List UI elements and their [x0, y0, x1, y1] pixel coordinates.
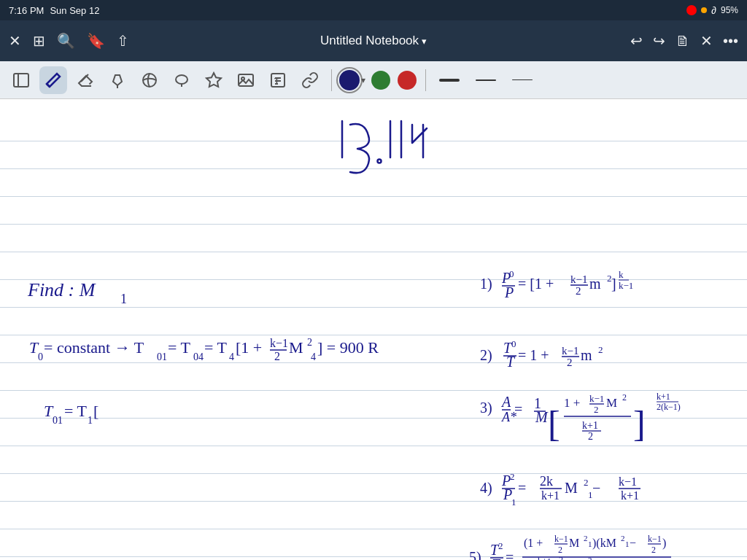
svg-text:A: A	[500, 394, 511, 410]
svg-text:k+1: k+1	[582, 420, 598, 431]
search-button[interactable]: 🔍	[57, 32, 75, 50]
svg-text:] = 900 R: ] = 900 R	[317, 338, 379, 357]
thick-pen-size[interactable]	[433, 76, 465, 85]
svg-text:M: M	[565, 480, 578, 496]
svg-text:[1 +: [1 +	[236, 338, 262, 357]
dot-icon	[701, 7, 707, 13]
svg-text:P: P	[504, 284, 514, 300]
svg-text:2: 2	[584, 477, 589, 488]
date: Sun Sep 12	[50, 5, 99, 16]
svg-text:k+1: k+1	[621, 489, 639, 502]
svg-text:4: 4	[311, 351, 316, 362]
svg-text:k−1: k−1	[648, 534, 662, 544]
thin-pen-size[interactable]	[506, 77, 538, 83]
svg-text:−: −	[592, 480, 600, 496]
svg-text:): )	[662, 537, 666, 550]
favorite-tool[interactable]	[200, 66, 228, 94]
more-button[interactable]: •••	[723, 33, 738, 50]
svg-text:=: =	[506, 549, 514, 560]
status-left: 7:16 PM Sun Sep 12	[9, 5, 99, 16]
svg-text:[: [	[548, 403, 560, 444]
red-color[interactable]	[398, 71, 417, 90]
add-page-button[interactable]: 🗎	[676, 33, 690, 50]
highlighter-tool[interactable]	[104, 66, 131, 94]
svg-text:k−1: k−1	[562, 345, 578, 357]
svg-text:Find : M: Find : M	[27, 279, 96, 300]
svg-text:01: 01	[157, 351, 167, 362]
svg-text:2: 2	[576, 285, 581, 297]
notebook-title[interactable]: Untitled Notebook	[320, 34, 419, 48]
close-button[interactable]: ✕	[9, 32, 21, 50]
svg-text:2: 2	[567, 357, 573, 368]
svg-text:k+1: k+1	[657, 392, 670, 402]
time: 7:16 PM	[9, 5, 44, 16]
undo-button[interactable]: ↩	[630, 32, 643, 50]
svg-text:4: 4	[229, 351, 234, 362]
svg-text:= T: = T	[204, 338, 228, 357]
medium-pen-size[interactable]	[470, 77, 502, 84]
battery-level: 95%	[721, 5, 738, 15]
svg-text:= 1 +: = 1 +	[518, 347, 549, 363]
handwriting-layer: .hw { fill: none; stroke: #1a1a8c; strok…	[0, 99, 747, 560]
drawing-toolbar: T ▾	[0, 61, 747, 99]
eraser-tool[interactable]	[71, 66, 99, 94]
link-tool[interactable]	[296, 66, 324, 94]
svg-point-6	[176, 75, 187, 84]
svg-text:k−1: k−1	[589, 393, 604, 404]
svg-text:k−1: k−1	[619, 475, 637, 488]
svg-text:= T: = T	[64, 402, 88, 420]
redo-button[interactable]: ↪	[653, 32, 665, 50]
svg-text:2: 2	[588, 431, 593, 442]
svg-text:2: 2	[584, 534, 588, 542]
object-selector-tool[interactable]	[136, 66, 163, 94]
bookmark-button[interactable]: 🔖	[87, 32, 105, 50]
svg-text:01: 01	[53, 415, 63, 426]
svg-text:1 +: 1 +	[564, 396, 580, 410]
svg-text:1: 1	[588, 540, 592, 548]
svg-text:m: m	[589, 276, 601, 292]
sidebar-toggle[interactable]	[7, 66, 35, 94]
status-bar: 7:16 PM Sun Sep 12 ∂ 95%	[0, 0, 747, 20]
delete-button[interactable]: ✕	[700, 32, 713, 50]
svg-text:k+1: k+1	[541, 489, 560, 502]
dropdown-chevron[interactable]: ▾	[422, 36, 427, 47]
divider-2	[425, 69, 426, 91]
svg-text:2: 2	[510, 471, 515, 482]
svg-text:2): 2)	[480, 347, 492, 364]
notebook-area: .hw { fill: none; stroke: #1a1a8c; strok…	[0, 99, 747, 560]
svg-text:2: 2	[598, 344, 603, 355]
svg-text:2(k−1): 2(k−1)	[657, 402, 681, 412]
svg-text:k: k	[619, 269, 624, 280]
svg-text:2: 2	[307, 337, 312, 348]
svg-text:)(kM: )(kM	[592, 537, 616, 550]
svg-text:4): 4)	[480, 480, 492, 497]
svg-text:0: 0	[511, 338, 516, 349]
svg-text:M: M	[289, 338, 303, 357]
svg-text:M: M	[535, 409, 549, 425]
svg-line-2	[47, 84, 50, 87]
color-selector[interactable]: ▾	[339, 70, 365, 90]
svg-text:= T: = T	[168, 338, 191, 357]
green-color[interactable]	[371, 71, 390, 90]
grid-button[interactable]: ⊞	[33, 32, 45, 50]
svg-text:1): 1)	[480, 276, 492, 292]
svg-text:2: 2	[622, 392, 627, 402]
toolbar-right: ↩ ↪ 🗎 ✕ •••	[630, 32, 738, 50]
svg-text:M: M	[606, 396, 617, 410]
pen-tool[interactable]	[39, 66, 67, 94]
record-icon	[686, 5, 697, 15]
wifi-icon: ∂	[711, 4, 716, 16]
svg-text:2: 2	[558, 545, 562, 555]
lasso-tool[interactable]	[168, 66, 196, 94]
svg-text:k−1: k−1	[270, 337, 288, 349]
share-button[interactable]: ⇧	[117, 32, 129, 50]
text-tool[interactable]: T	[264, 66, 292, 94]
svg-text:T: T	[274, 77, 279, 85]
svg-text:2k: 2k	[540, 474, 553, 489]
selected-color	[339, 70, 360, 90]
image-tool[interactable]	[232, 66, 260, 94]
svg-rect-8	[239, 74, 253, 86]
svg-text:3): 3)	[480, 400, 492, 416]
svg-point-15	[378, 160, 382, 163]
svg-text:k−1: k−1	[554, 534, 568, 544]
